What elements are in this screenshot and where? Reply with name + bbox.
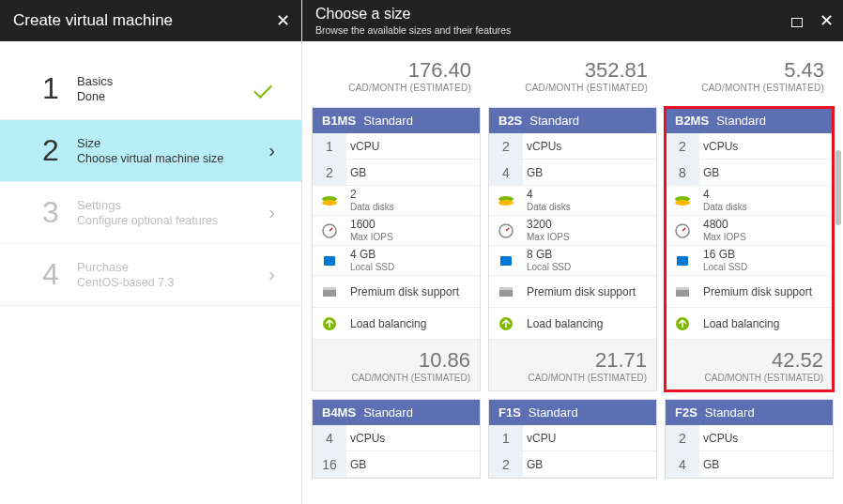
iops-label: Max IOPS <box>350 232 393 242</box>
ssd-value: 16 GB <box>703 249 747 261</box>
scrollbar-thumb[interactable] <box>835 150 841 225</box>
restore-icon[interactable] <box>791 16 805 26</box>
size-card-f1s[interactable]: F1SStandard 1vCPU 2GB <box>488 399 657 479</box>
price-value: 21.71 <box>595 348 647 373</box>
disks-label: Data disks <box>350 202 394 212</box>
step-size[interactable]: 2 Size Choose virtual machine size <box>0 120 301 182</box>
ram-label: GB <box>523 458 543 471</box>
vcpu-label: vCPUs <box>346 432 385 445</box>
ram-value: 8 <box>666 160 699 185</box>
svg-rect-12 <box>499 287 513 290</box>
size-code: B4MS <box>322 405 356 420</box>
ssd-icon <box>666 254 699 267</box>
vcpu-label: vCPUs <box>699 140 738 153</box>
step-number: 4 <box>38 257 64 292</box>
svg-rect-4 <box>323 289 336 297</box>
svg-rect-17 <box>677 256 688 266</box>
ssd-icon <box>489 254 523 267</box>
load-balancing-icon <box>666 316 699 331</box>
size-tier: Standard <box>363 114 413 128</box>
ram-label: GB <box>346 166 366 179</box>
size-card-b2ms[interactable]: B2MSStandard 2vCPUs 8GB 4Data disks 4800… <box>665 107 834 391</box>
vcpu-label: vCPU <box>346 140 379 153</box>
svg-rect-11 <box>499 289 513 297</box>
iops-label: Max IOPS <box>703 232 746 242</box>
vcpu-value: 2 <box>666 133 699 159</box>
disks-label: Data disks <box>527 202 571 212</box>
premium-disk-icon <box>666 286 699 298</box>
ram-label: GB <box>699 458 719 471</box>
svg-point-8 <box>498 200 513 206</box>
step-number: 2 <box>38 133 64 168</box>
step-title: Size <box>77 136 223 150</box>
size-card-b4ms[interactable]: B4MSStandard 4vCPUs 16GB <box>312 399 481 479</box>
load-balancing-label: Load balancing <box>346 317 426 330</box>
iops-icon <box>489 223 523 238</box>
price-unit: CAD/MONTH (ESTIMATED) <box>348 83 471 93</box>
price-unit: CAD/MONTH (ESTIMATED) <box>352 373 470 383</box>
ram-label: GB <box>346 458 366 471</box>
step-number: 3 <box>38 195 64 230</box>
premium-disk-icon <box>489 286 523 298</box>
price-value: 10.86 <box>419 348 470 373</box>
vcpu-value: 4 <box>313 425 346 451</box>
size-blade: Choose a size Browse the available sizes… <box>302 0 843 504</box>
svg-rect-10 <box>500 256 512 266</box>
size-tier: Standard <box>705 405 755 420</box>
step-basics[interactable]: 1 Basics Done <box>0 58 301 120</box>
ram-label: GB <box>699 166 719 179</box>
load-balancing-icon <box>313 316 346 331</box>
size-card-b2s[interactable]: B2SStandard 2vCPUs 4GB 4Data disks 3200M… <box>488 107 657 391</box>
step-number: 1 <box>38 71 64 106</box>
size-code: F1S <box>498 405 521 420</box>
wizard-panel: Create virtual machine ✕ 1 Basics Done 2… <box>0 0 302 504</box>
iops-value: 3200 <box>527 219 570 231</box>
load-balancing-label: Load balancing <box>699 317 779 330</box>
wizard-steps: 1 Basics Done 2 Size Choose virtual mach… <box>0 41 301 306</box>
load-balancing-icon <box>489 316 523 331</box>
size-code: B2MS <box>675 114 709 128</box>
price-unit: CAD/MONTH (ESTIMATED) <box>701 83 824 93</box>
price-top: 5.43 CAD/MONTH (ESTIMATED) <box>665 51 834 99</box>
close-icon[interactable]: ✕ <box>820 12 834 29</box>
price-value: 176.40 <box>408 58 471 83</box>
disks-icon <box>666 194 699 207</box>
size-tier: Standard <box>529 405 578 420</box>
step-subtitle: Configure optional features <box>77 214 218 227</box>
step-subtitle: Choose virtual machine size <box>77 152 223 165</box>
svg-rect-19 <box>676 287 689 290</box>
ssd-label: Local SSD <box>350 262 394 272</box>
iops-icon <box>666 223 699 238</box>
ssd-label: Local SSD <box>703 262 747 272</box>
iops-value: 1600 <box>350 219 393 231</box>
vcpu-value: 1 <box>489 425 523 451</box>
premium-disk-label: Premium disk support <box>346 285 459 298</box>
ssd-label: Local SSD <box>527 262 571 272</box>
step-settings[interactable]: 3 Settings Configure optional features <box>0 182 301 244</box>
disks-value: 4 <box>527 189 571 201</box>
sizes-scroll[interactable]: 176.40 CAD/MONTH (ESTIMATED) 352.81 CAD/… <box>302 41 843 504</box>
step-subtitle: Done <box>77 90 113 103</box>
size-card-b1ms[interactable]: B1MSStandard 1vCPU 2GB 2Data disks 1600M… <box>312 107 481 391</box>
premium-disk-icon <box>313 286 346 298</box>
disks-value: 4 <box>703 189 747 201</box>
size-header: Choose a size Browse the available sizes… <box>302 0 843 41</box>
step-title: Purchase <box>77 260 175 274</box>
size-card-f2s[interactable]: F2SStandard 2vCPUs 4GB <box>665 399 834 479</box>
vcpu-value: 2 <box>666 425 699 451</box>
price-unit: CAD/MONTH (ESTIMATED) <box>529 373 647 383</box>
svg-rect-18 <box>676 289 689 297</box>
size-code: F2S <box>675 405 697 420</box>
price-value: 5.43 <box>784 58 824 83</box>
ram-value: 16 <box>313 451 346 477</box>
disks-icon <box>313 194 346 207</box>
ram-value: 4 <box>666 451 699 477</box>
ram-label: GB <box>523 166 543 179</box>
close-icon[interactable]: ✕ <box>276 12 290 29</box>
step-title: Settings <box>77 198 218 212</box>
vcpu-value: 1 <box>313 133 346 159</box>
size-title: Choose a size <box>315 6 410 23</box>
ssd-value: 8 GB <box>527 249 571 261</box>
ssd-value: 4 GB <box>350 249 394 261</box>
step-purchase[interactable]: 4 Purchase CentOS-based 7.3 <box>0 244 301 306</box>
